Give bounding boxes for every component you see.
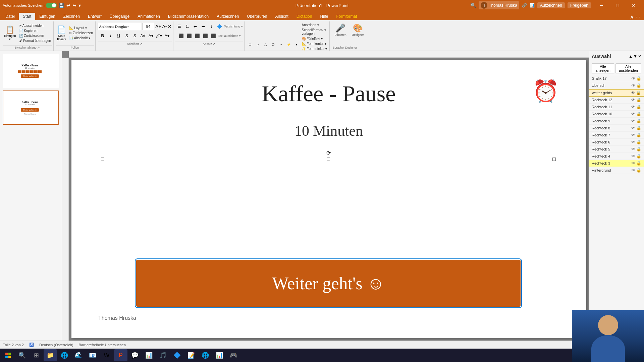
tab-ueberpruefen[interactable]: Überprüfen xyxy=(243,13,271,20)
layer-item[interactable]: Grafik 17 👁 🔒 xyxy=(589,75,644,82)
save-icon[interactable]: 💾 xyxy=(59,3,64,8)
handle-bc[interactable] xyxy=(327,158,330,161)
task-view-btn[interactable]: ⊞ xyxy=(30,349,43,361)
app9-btn[interactable]: 📊 xyxy=(142,349,156,361)
language-status[interactable]: Deutsch (Österreich) xyxy=(39,343,73,347)
autosave-toggle-pill[interactable] xyxy=(46,3,57,8)
tab-formformat[interactable]: Formformat xyxy=(332,13,361,20)
accessibility-status[interactable]: Barrierefreiheit: Untersuchen xyxy=(78,343,126,347)
slide-thumb-2[interactable]: 2 Kaffee - Pause 10 Minuten Weiter geht'… xyxy=(3,90,59,125)
layer-visibility-icon[interactable]: 👁 xyxy=(631,168,635,173)
shapes-more-btn[interactable]: ▾ xyxy=(293,41,300,48)
layer-item[interactable]: Übersch 👁 🔒 xyxy=(589,82,644,89)
word-btn[interactable]: W xyxy=(100,349,113,361)
app12-btn[interactable]: 📝 xyxy=(184,349,198,361)
text-ausrichten-btn[interactable]: Text ausrichten ▾ xyxy=(218,34,240,38)
ribbon-collapse-btn[interactable]: ∧ xyxy=(630,14,634,20)
font-color-btn[interactable]: A▾ xyxy=(147,32,155,40)
shadow-btn[interactable]: S xyxy=(131,32,139,40)
neue-folie-btn[interactable]: 📄 Neue Folie ▾ xyxy=(56,25,67,42)
layer-lock-icon[interactable]: 🔒 xyxy=(636,140,641,144)
autosave-toggle[interactable]: Automatisches Speichern xyxy=(3,3,57,8)
bullet-list-btn[interactable]: ☰ xyxy=(175,23,183,30)
tab-praesentation[interactable]: Bildschirmpräsentation xyxy=(164,13,213,20)
convert-smartart-btn[interactable]: 🔷 xyxy=(216,23,223,30)
align-left-btn[interactable]: ⬛ xyxy=(177,32,185,40)
abschnitt-btn[interactable]: 📑 Abschnitt ▾ xyxy=(68,36,94,40)
slide-canvas[interactable]: Kaffee - Pause ⏰ 10 Minuten ⟳ xyxy=(71,60,586,338)
format-uebertragen-btn[interactable]: 🖌 Format übertragen xyxy=(18,39,52,43)
layer-item[interactable]: Rechteck 12 👁 🔒 xyxy=(589,97,644,104)
layer-visibility-icon[interactable]: 👁 xyxy=(631,161,635,166)
tab-zeichnen[interactable]: Zeichnen xyxy=(59,13,84,20)
app15-btn[interactable]: 🎮 xyxy=(227,349,240,361)
chrome-btn[interactable]: 🌐 xyxy=(58,349,71,361)
more-icon[interactable]: ▾ xyxy=(78,3,81,8)
search-taskbar-btn[interactable]: 🔍 xyxy=(15,349,29,361)
layer-visibility-icon[interactable]: 👁 xyxy=(631,98,635,102)
ausschneiden-btn[interactable]: ✂ Ausschneiden xyxy=(18,23,52,28)
font-decrease-btn[interactable]: A- xyxy=(162,24,167,29)
undo-icon[interactable]: ↩ xyxy=(66,3,70,8)
layer-lock-icon[interactable]: 🔒 xyxy=(636,126,641,130)
redo-icon[interactable]: ↪ xyxy=(72,3,76,8)
panel-down-btn[interactable]: ▼ xyxy=(633,54,637,59)
layer-lock-icon[interactable]: 🔒 xyxy=(636,90,641,95)
outdent-btn[interactable]: ⬅ xyxy=(192,23,199,30)
layer-item[interactable]: Rechteck 6 👁 🔒 xyxy=(589,139,644,146)
formkontur-btn[interactable]: 📐 Formkontur ▾ xyxy=(301,42,328,46)
show-all-btn[interactable]: Alle anzeigen xyxy=(592,63,614,73)
layer-lock-icon[interactable]: 🔒 xyxy=(636,161,641,166)
folie-zuruecksetzen-btn[interactable]: ↺ Zurücksetzen xyxy=(68,31,94,35)
font-size-input[interactable] xyxy=(142,23,154,30)
tab-animationen[interactable]: Animationen xyxy=(133,13,164,20)
clear-format-btn[interactable]: ✕ xyxy=(168,24,172,29)
layer-item[interactable]: Rechteck 4 👁 🔒 xyxy=(589,153,644,160)
panel-up-btn[interactable]: ▲ xyxy=(629,54,633,59)
layer-visibility-icon[interactable]: 👁 xyxy=(631,126,635,130)
window-controls[interactable]: ─ □ ✕ xyxy=(594,0,641,11)
rotate-handle[interactable]: ⟳ xyxy=(326,150,331,156)
tab-start[interactable]: Start xyxy=(19,13,35,20)
tab-uebergaenge[interactable]: Übergänge xyxy=(106,13,133,20)
layer-item[interactable]: Rechteck 7 👁 🔒 xyxy=(589,132,644,139)
shape-btn-3[interactable]: △ xyxy=(262,41,269,48)
layer-lock-icon[interactable]: 🔒 xyxy=(636,119,641,123)
italic-btn[interactable]: I xyxy=(107,32,114,40)
anordnen-btn[interactable]: Anordnen ▾ xyxy=(301,23,328,27)
shape-btn-2[interactable]: ○ xyxy=(254,41,262,48)
col-btn[interactable]: ⬛ xyxy=(210,32,217,40)
layer-item[interactable]: Rechteck 8 👁 🔒 xyxy=(589,125,644,132)
outlook-btn[interactable]: 📧 xyxy=(86,349,99,361)
powerpoint-btn[interactable]: P xyxy=(114,349,127,361)
layer-lock-icon[interactable]: 🔒 xyxy=(636,168,641,173)
close-btn[interactable]: ✕ xyxy=(626,0,641,11)
formeffekte-btn[interactable]: ✨ Formeffekte ▾ xyxy=(301,47,328,51)
tab-einfuegen[interactable]: Einfügen xyxy=(35,13,59,20)
designer-btn[interactable]: 🎨 Designer xyxy=(350,23,366,37)
layer-visibility-icon[interactable]: 👁 xyxy=(631,83,635,88)
layer-visibility-icon[interactable]: 👁 xyxy=(631,76,635,81)
layer-item[interactable]: Rechteck 9 👁 🔒 xyxy=(589,118,644,125)
num-list-btn[interactable]: 1. xyxy=(183,23,191,30)
layout-btn[interactable]: 📐 Layout ▾ xyxy=(68,26,94,30)
layer-visibility-icon[interactable]: 👁 xyxy=(631,140,635,144)
layer-visibility-icon[interactable]: 👁 xyxy=(631,90,635,95)
layer-visibility-icon[interactable]: 👁 xyxy=(631,119,635,123)
text-richten-btn[interactable]: Textrichtung ▾ xyxy=(224,25,243,28)
layer-item[interactable]: Rechteck 5 👁 🔒 xyxy=(589,146,644,153)
present-icon[interactable]: 📊 xyxy=(530,3,535,8)
tab-hilfe[interactable]: Hilfe xyxy=(316,13,332,20)
tab-datei[interactable]: Datei xyxy=(1,13,19,20)
edge-btn[interactable]: 🌊 xyxy=(72,349,85,361)
app11-btn[interactable]: 🔷 xyxy=(170,349,184,361)
bold-btn[interactable]: B xyxy=(99,32,106,40)
indent-btn[interactable]: ➡ xyxy=(200,23,207,30)
slide-title[interactable]: Kaffee - Pause xyxy=(98,80,559,107)
font-increase-btn[interactable]: A+ xyxy=(155,24,161,29)
layer-item[interactable]: Rechteck 3 👁 🔒 xyxy=(589,160,644,167)
layer-item[interactable]: Hintergrund 👁 🔒 xyxy=(589,167,644,174)
strikethrough-btn[interactable]: S xyxy=(123,32,130,40)
minimize-btn[interactable]: ─ xyxy=(594,0,609,11)
tab-entwurf[interactable]: Entwurf xyxy=(84,13,106,20)
